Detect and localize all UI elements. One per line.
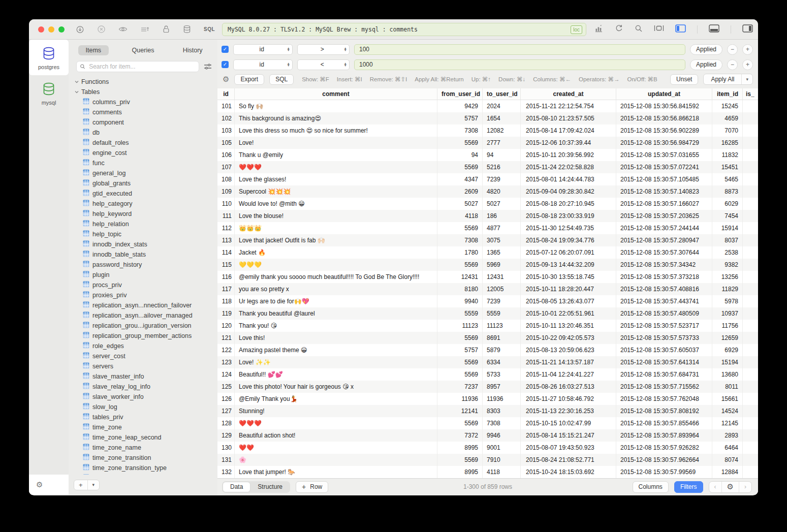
cell-is_[interactable] <box>743 381 758 393</box>
cell-id[interactable]: 111 <box>217 210 235 222</box>
cell-item_id[interactable]: 5465 <box>712 173 743 185</box>
cell-updated_at[interactable]: 2015-12-08 15:30:56.866218 <box>616 112 712 124</box>
cell-to_user_id[interactable]: 4118 <box>483 466 521 478</box>
connect-icon[interactable] <box>76 25 84 34</box>
database-icon[interactable] <box>183 25 191 34</box>
table-row[interactable]: 117you are so pretty x8180120052015-10-1… <box>217 283 758 295</box>
sidebar-table-item[interactable]: proxies_priv <box>75 290 217 300</box>
cell-created_at[interactable]: 2015-11-27 10:58:46.792 <box>521 393 616 405</box>
sidebar-table-item[interactable]: replication_asyn...ailover_managed <box>75 310 217 321</box>
cell-id[interactable]: 101 <box>217 100 235 112</box>
sidebar-table-item[interactable]: columns_priv <box>75 97 217 107</box>
cell-from_user_id[interactable]: 7237 <box>437 381 483 393</box>
cell-updated_at[interactable]: 2015-12-08 15:30:57.855466 <box>616 417 712 429</box>
table-row[interactable]: 106Thank u @emily94942015-10-11 20:39:56… <box>217 149 758 161</box>
cell-item_id[interactable]: 2893 <box>712 429 743 442</box>
sidebar-table-item[interactable]: slave_worker_info <box>75 392 217 402</box>
add-item-chevron[interactable]: ▾ <box>87 480 100 490</box>
cell-updated_at[interactable]: 2015-12-08 15:30:57.808192 <box>616 405 712 417</box>
cell-item_id[interactable]: 12884 <box>712 466 743 478</box>
cell-comment[interactable]: ❤️❤️ <box>235 442 437 454</box>
cell-updated_at[interactable]: 2015-12-08 15:30:57.280947 <box>616 234 712 246</box>
sql-editor-icon[interactable]: SQL <box>204 26 215 32</box>
cell-comment[interactable]: 🌸 <box>235 454 437 466</box>
tree-section-functions[interactable]: Functions <box>75 77 217 87</box>
filter-tune-icon[interactable] <box>204 63 212 70</box>
sidebar-tab-items[interactable]: Items <box>69 45 118 55</box>
cell-comment[interactable]: 💛💛💛 <box>235 259 437 271</box>
cell-id[interactable]: 125 <box>217 381 235 393</box>
cell-created_at[interactable]: 2015-10-11 20:39:56.992 <box>521 149 616 161</box>
cell-created_at[interactable]: 2015-08-18 23:00:33.919 <box>521 210 616 222</box>
cell-from_user_id[interactable]: 5569 <box>437 222 483 234</box>
cell-item_id[interactable]: 7070 <box>712 124 743 137</box>
cell-from_user_id[interactable]: 11936 <box>437 393 483 405</box>
cell-created_at[interactable]: 2015-10-22 09:42:05.573 <box>521 332 616 344</box>
cell-to_user_id[interactable]: 7308 <box>483 417 521 429</box>
cell-is_[interactable] <box>743 246 758 259</box>
cell-created_at[interactable]: 2015-10-24 18:15:03.692 <box>521 466 616 478</box>
cell-updated_at[interactable]: 2015-12-08 15:30:57.573733 <box>616 332 712 344</box>
cell-is_[interactable] <box>743 271 758 283</box>
cell-comment[interactable]: ❤️❤️❤️ <box>235 161 437 173</box>
cell-updated_at[interactable]: 2015-12-08 15:30:57.244144 <box>616 222 712 234</box>
table-row[interactable]: 116@emily thank you soooo much beautiful… <box>217 271 758 283</box>
cell-item_id[interactable]: 2538 <box>712 246 743 259</box>
cell-updated_at[interactable]: 2015-12-08 15:30:57.140823 <box>616 185 712 198</box>
cell-updated_at[interactable]: 2015-12-08 15:30:56.984729 <box>616 137 712 149</box>
cell-created_at[interactable]: 2015-10-11 18:28:20.447 <box>521 283 616 295</box>
cell-is_[interactable] <box>743 295 758 307</box>
filter-value-input[interactable] <box>354 44 685 55</box>
column-header-updated_at[interactable]: updated_at <box>616 88 712 100</box>
sidebar-table-item[interactable]: gtid_executed <box>75 189 217 199</box>
table-row[interactable]: 115💛💛💛556959692015-09-13 14:44:32.209201… <box>217 259 758 271</box>
sidebar-table-item[interactable]: server_cost <box>75 351 217 361</box>
filter-operator-select[interactable]: <▲▼ <box>297 59 350 70</box>
table-row[interactable]: 112👑👑👑556948772015-11-30 12:54:49.735201… <box>217 222 758 234</box>
cell-item_id[interactable]: 4659 <box>712 112 743 124</box>
cell-to_user_id[interactable]: 1654 <box>483 112 521 124</box>
remove-filter-button[interactable]: − <box>727 44 738 55</box>
cell-updated_at[interactable]: 2015-12-08 15:30:57.373218 <box>616 271 712 283</box>
cell-created_at[interactable]: 2015-11-21 14:13:57.187 <box>521 356 616 368</box>
table-row[interactable]: 105Love!556927772015-12-06 10:37:39.4420… <box>217 137 758 149</box>
cell-comment[interactable]: Love this dress so much 😍 so nice for su… <box>235 124 437 137</box>
apply-all-chevron[interactable]: ▾ <box>741 74 752 84</box>
toggle-bottom-panel-icon[interactable] <box>709 24 719 35</box>
cell-is_[interactable] <box>743 368 758 381</box>
cell-to_user_id[interactable]: 3075 <box>483 234 521 246</box>
cell-id[interactable]: 126 <box>217 393 235 405</box>
cell-created_at[interactable]: 2015-10-01 22:05:51.961 <box>521 307 616 320</box>
sidebar-table-item[interactable]: procs_priv <box>75 280 217 290</box>
sidebar-table-item[interactable]: replication_grou...iguration_version <box>75 321 217 331</box>
toggle-left-panel-icon[interactable] <box>675 24 686 35</box>
sql-button[interactable]: SQL <box>269 74 294 85</box>
cell-updated_at[interactable]: 2015-12-08 15:30:57.072241 <box>616 161 712 173</box>
table-row[interactable]: 132Love that jumper! 🐎899541182015-10-24… <box>217 466 758 478</box>
cell-updated_at[interactable]: 2015-12-08 15:30:57.031655 <box>616 149 712 161</box>
lock-icon[interactable] <box>162 25 170 34</box>
filter-settings-gear-icon[interactable]: ⚙ <box>223 76 229 83</box>
cell-from_user_id[interactable]: 12141 <box>437 405 483 417</box>
sidebar-table-item[interactable]: tables_priv <box>75 412 217 422</box>
cell-id[interactable]: 122 <box>217 344 235 356</box>
cell-id[interactable]: 124 <box>217 368 235 381</box>
cell-id[interactable]: 119 <box>217 307 235 320</box>
cell-from_user_id[interactable]: 5757 <box>437 112 483 124</box>
cell-item_id[interactable]: 12145 <box>712 417 743 429</box>
table-row[interactable]: 113Love that jacket! Outfit is fab 🙌🏻730… <box>217 234 758 246</box>
cell-comment[interactable]: Ur legs are to die for🙌💖 <box>235 295 437 307</box>
cell-item_id[interactable]: 14524 <box>712 405 743 417</box>
cell-to_user_id[interactable]: 7239 <box>483 173 521 185</box>
cell-comment[interactable]: Love the glasses! <box>235 173 437 185</box>
cell-to_user_id[interactable]: 8691 <box>483 332 521 344</box>
cell-updated_at[interactable]: 2015-12-08 15:30:57.480509 <box>616 307 712 320</box>
cell-updated_at[interactable]: 2015-12-08 15:30:57.605037 <box>616 344 712 356</box>
cell-item_id[interactable]: 11756 <box>712 320 743 332</box>
sidebar-table-item[interactable]: password_history <box>75 260 217 270</box>
filter-value-input[interactable] <box>354 59 685 70</box>
refresh-icon[interactable] <box>615 24 623 35</box>
tree-section-tables[interactable]: Tables <box>75 87 217 97</box>
cell-item_id[interactable]: 5978 <box>712 295 743 307</box>
cell-to_user_id[interactable]: 12005 <box>483 283 521 295</box>
